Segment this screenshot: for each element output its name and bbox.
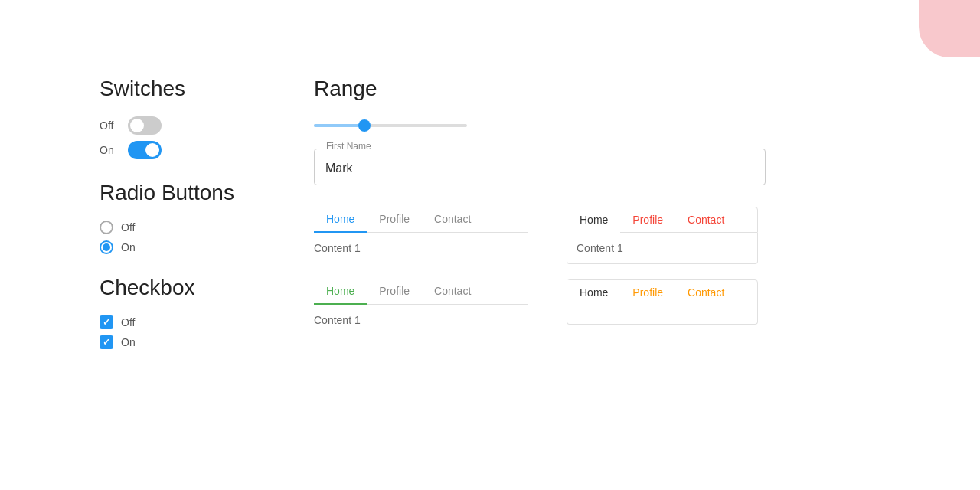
checkbox-on-label: On xyxy=(121,336,136,348)
switch-on-slider xyxy=(128,141,162,159)
first-name-input[interactable] xyxy=(314,149,766,185)
tab-contact-4[interactable]: Contact xyxy=(675,280,737,305)
tab-contact-2[interactable]: Contact xyxy=(675,207,737,232)
checkbox-off-box[interactable] xyxy=(100,315,113,329)
switch-row-off: Off xyxy=(100,116,268,135)
range-title: Range xyxy=(314,77,880,101)
checkbox-on-box[interactable] xyxy=(100,335,113,349)
tabs-section: Home Profile Contact Content 1 Home Prof… xyxy=(314,207,880,335)
tab-column-left: Home Profile Contact Content 1 Home Prof… xyxy=(314,207,528,335)
radio-on-label: On xyxy=(121,241,136,253)
tabs-boxed-2: Home Profile Contact xyxy=(567,207,758,233)
switches-title: Switches xyxy=(100,77,268,101)
radio-row-on: On xyxy=(100,240,268,254)
tab-profile-1[interactable]: Profile xyxy=(367,207,422,232)
switch-row-on: On xyxy=(100,141,268,159)
tab-content-1: Content 1 xyxy=(314,233,528,263)
checkbox-off-label: Off xyxy=(121,316,135,328)
radio-on-circle[interactable] xyxy=(100,240,113,254)
radio-off-label: Off xyxy=(121,221,135,234)
checkbox-section: Checkbox Off On xyxy=(100,276,268,349)
tabs-boxed-4: Home Profile Contact xyxy=(567,279,758,305)
tab-home-1[interactable]: Home xyxy=(314,207,367,233)
tab-content-3: Content 1 xyxy=(314,305,528,335)
tab-group-4: Home Profile Contact xyxy=(567,279,758,325)
switch-on-label: On xyxy=(100,144,119,156)
switch-off-label: Off xyxy=(100,119,119,132)
tab-contact-1[interactable]: Contact xyxy=(422,207,483,232)
tabs-underline-1: Home Profile Contact xyxy=(314,207,528,233)
right-column: Range First Name Home xyxy=(314,77,880,355)
first-name-field-container: First Name xyxy=(314,149,766,185)
tab-content-2: Content 1 xyxy=(567,233,758,264)
range-slider-container xyxy=(314,124,467,127)
checkbox-row-off: Off xyxy=(100,315,268,329)
tab-group-2: Home Profile Contact Content 1 xyxy=(567,207,758,264)
tab-contact-3[interactable]: Contact xyxy=(422,279,483,304)
range-fill xyxy=(314,124,364,127)
tab-column-right: Home Profile Contact Content 1 Home Prof… xyxy=(567,207,758,335)
switch-off-toggle[interactable] xyxy=(128,116,162,135)
range-thumb[interactable] xyxy=(358,119,371,132)
tab-profile-3[interactable]: Profile xyxy=(367,279,422,304)
tab-home-2[interactable]: Home xyxy=(567,207,620,233)
tabs-underline-3: Home Profile Contact xyxy=(314,279,528,305)
checkbox-title: Checkbox xyxy=(100,276,268,300)
radio-title: Radio Buttons xyxy=(100,181,268,205)
tab-group-3: Home Profile Contact Content 1 xyxy=(314,279,528,335)
switch-on-toggle[interactable] xyxy=(128,141,162,159)
tab-home-4[interactable]: Home xyxy=(567,280,620,305)
switches-section: Switches Off On xyxy=(100,77,268,159)
radio-section: Radio Buttons Off On xyxy=(100,181,268,254)
top-right-decoration xyxy=(919,0,980,57)
range-track xyxy=(314,124,467,127)
tab-profile-4[interactable]: Profile xyxy=(620,280,675,305)
radio-row-off: Off xyxy=(100,220,268,234)
tab-home-3[interactable]: Home xyxy=(314,279,367,305)
checkbox-row-on: On xyxy=(100,335,268,349)
first-name-label: First Name xyxy=(323,141,374,152)
tab-profile-2[interactable]: Profile xyxy=(620,207,675,232)
radio-off-circle[interactable] xyxy=(100,220,113,234)
tab-group-1: Home Profile Contact Content 1 xyxy=(314,207,528,263)
left-column: Switches Off On Radio Buttons xyxy=(100,77,268,355)
tabs-columns: Home Profile Contact Content 1 Home Prof… xyxy=(314,207,880,335)
switch-off-slider xyxy=(128,116,162,135)
tab-content-4 xyxy=(567,305,758,325)
